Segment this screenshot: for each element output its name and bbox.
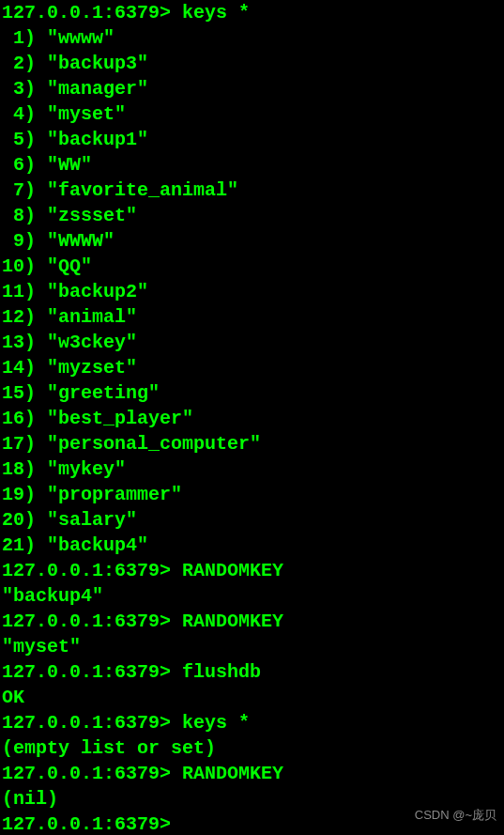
list-item: 21) "backup4" <box>2 533 502 558</box>
list-item: 2) "backup3" <box>2 51 502 76</box>
list-item: 15) "greeting" <box>2 380 502 406</box>
list-item: 16) "best_player" <box>2 406 502 431</box>
output-line: "myset" <box>2 634 502 659</box>
output-line: (empty list or set) <box>2 735 502 761</box>
list-item: 13) "w3ckey" <box>2 330 502 355</box>
list-item: 8) "zssset" <box>2 203 502 228</box>
list-item: 14) "myzset" <box>2 355 502 380</box>
list-item: 3) "manager" <box>2 76 502 101</box>
list-item: 7) "favorite_animal" <box>2 178 502 203</box>
command-line: 127.0.0.1:6379> RANDOMKEY <box>2 558 502 583</box>
command-line: 127.0.0.1:6379> RANDOMKEY <box>2 761 502 786</box>
list-item: 20) "salary" <box>2 507 502 533</box>
list-item: 11) "backup2" <box>2 279 502 304</box>
output-line: OK <box>2 685 502 710</box>
command-line: 127.0.0.1:6379> keys * <box>2 710 502 735</box>
output-line: "backup4" <box>2 583 502 609</box>
list-item: 18) "mykey" <box>2 456 502 482</box>
list-item: 5) "backup1" <box>2 127 502 152</box>
list-item: 9) "WWWW" <box>2 228 502 254</box>
list-item: 19) "proprammer" <box>2 482 502 507</box>
list-item: 17) "personal_computer" <box>2 431 502 456</box>
command-line: 127.0.0.1:6379> keys * <box>2 0 502 25</box>
list-item: 4) "myset" <box>2 101 502 127</box>
watermark-text: CSDN @~庞贝 <box>415 802 496 827</box>
list-item: 10) "QQ" <box>2 254 502 279</box>
list-item: 1) "wwww" <box>2 25 502 51</box>
command-line: 127.0.0.1:6379> RANDOMKEY <box>2 609 502 634</box>
terminal-output[interactable]: 127.0.0.1:6379> keys * 1) "wwww" 2) "bac… <box>0 0 504 835</box>
command-line: 127.0.0.1:6379> flushdb <box>2 659 502 685</box>
list-item: 6) "WW" <box>2 152 502 178</box>
list-item: 12) "animal" <box>2 304 502 330</box>
